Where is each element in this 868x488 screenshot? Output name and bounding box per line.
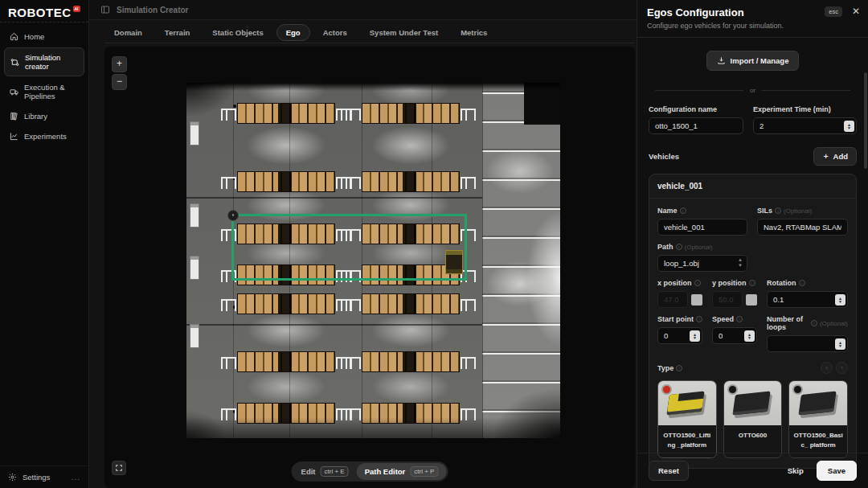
library-icon [10, 112, 18, 121]
reset-button[interactable]: Reset [649, 461, 689, 481]
dock-slab [190, 203, 199, 228]
path-editor-mode-button[interactable]: Path Editor ctrl + P [357, 463, 447, 480]
vehicle-type-otto600[interactable]: OTTO600 [723, 380, 783, 458]
info-icon: i [676, 365, 682, 371]
sidebar-item-label: Home [24, 32, 44, 41]
sidebar-item-experiments[interactable]: Experiments [4, 127, 84, 146]
tab-domain[interactable]: Domain [104, 24, 152, 41]
add-vehicle-button[interactable]: ＋ Add [813, 147, 857, 166]
tab-actors[interactable]: Actors [313, 24, 357, 41]
panel-scrollbar[interactable] [864, 72, 867, 169]
carousel-next-button[interactable]: › [836, 362, 848, 374]
shelf-rack [237, 351, 335, 372]
zoom-in-button[interactable]: + [112, 56, 127, 72]
settings-label: Settings [23, 473, 50, 482]
sidebar-item-label: Library [24, 112, 47, 121]
shelf-rack [362, 293, 460, 314]
sidebar-item-simulation-creator[interactable]: Simulation creator [4, 47, 84, 76]
edit-mode-button[interactable]: Edit ctrl + E [293, 463, 357, 480]
chart-line-icon [10, 132, 18, 141]
configuration-name-input[interactable] [649, 117, 743, 134]
path-editor-shortcut-badge: ctrl + P [410, 466, 438, 477]
experiment-time-label: Experiment Time (min) [753, 105, 831, 113]
info-icon: i [799, 280, 805, 286]
tab-metrics[interactable]: Metrics [451, 24, 497, 41]
pick-y-button[interactable] [746, 294, 757, 306]
vehicles-section-label: Vehicles [649, 152, 679, 161]
radio-icon [729, 386, 736, 393]
zoom-out-button[interactable]: − [112, 74, 127, 90]
type-label: Type [657, 364, 674, 372]
info-icon: i [736, 316, 743, 322]
sidebar-item-library[interactable]: Library [4, 107, 84, 125]
experiment-time-input[interactable] [753, 117, 857, 134]
stepper-buttons[interactable]: ▲▼ [835, 294, 845, 306]
x-position-input[interactable] [657, 291, 688, 308]
path-select[interactable] [657, 255, 747, 272]
shelf-rack [237, 403, 335, 424]
vehicle-type-otto1500-basic[interactable]: OTTO1500_Basic_ platform [788, 380, 848, 458]
shelf-rack [362, 403, 460, 424]
vehicle-name-input[interactable] [657, 219, 747, 236]
start-point-label: Start point [657, 315, 694, 323]
sidebar-item-label: Experiments [24, 132, 67, 141]
vehicle-type-otto1500-lifting[interactable]: OTTO1500_Lifting _platform [657, 380, 717, 458]
radio-icon [794, 386, 801, 393]
warehouse-dark-area [524, 83, 560, 125]
brand-ai-badge: AI [73, 6, 80, 12]
carousel-prev-button[interactable]: ‹ [821, 362, 833, 374]
simulation-canvas[interactable]: + − › Ed [104, 47, 635, 488]
chevron-updown-icon: ▲▼ [738, 257, 743, 269]
path-start-marker[interactable]: › [227, 210, 239, 221]
shelf-rack [237, 171, 335, 192]
tab-system-under-test[interactable]: System Under Test [360, 24, 448, 41]
sils-input[interactable] [757, 219, 848, 236]
name-label: Name [657, 207, 678, 215]
shelf-rack [362, 351, 460, 372]
stepper-buttons[interactable]: ▲▼ [844, 121, 854, 132]
vehicle-type-image [789, 381, 847, 425]
path-label: Path [657, 243, 674, 251]
skip-button[interactable]: Skip [780, 461, 812, 480]
sidebar-item-settings[interactable]: Settings ... [0, 465, 88, 488]
stepper-buttons[interactable]: ▲▼ [690, 330, 700, 342]
close-icon[interactable]: ✕ [852, 6, 860, 17]
save-button[interactable]: Save [817, 461, 857, 481]
sidebar-item-label: Execution & Pipelines [24, 83, 79, 100]
y-position-input[interactable] [712, 291, 743, 308]
fit-view-button[interactable] [112, 461, 126, 475]
shelf-rack [237, 103, 335, 124]
dock-slab [190, 121, 199, 146]
warehouse-map[interactable]: › [186, 83, 560, 438]
pipeline-icon [10, 88, 18, 96]
dock-slab [190, 324, 199, 348]
vehicle-card: vehicle_001 Namei SILsi(Optional) Pathi(… [649, 174, 857, 469]
info-icon: i [749, 280, 755, 286]
shelf-rack [362, 103, 460, 124]
egos-configuration-panel: Egos Configuration Configure ego vehicle… [637, 0, 868, 488]
panel-toggle-icon[interactable] [100, 5, 110, 14]
sidebar-item-execution-pipelines[interactable]: Execution & Pipelines [4, 78, 84, 105]
more-options[interactable]: ... [72, 473, 80, 482]
sidebar-item-home[interactable]: Home [4, 27, 84, 46]
vehicle-card-title: vehicle_001 [649, 174, 856, 199]
import-manage-button[interactable]: Import / Manage [706, 51, 800, 71]
brand-name: ROBOTEC [8, 6, 72, 19]
configuration-name-label: Configuration name [649, 105, 717, 113]
tab-static-objects[interactable]: Static Objects [203, 24, 272, 41]
esc-badge[interactable]: esc [825, 6, 842, 17]
info-icon: i [694, 280, 701, 286]
tab-terrain[interactable]: Terrain [155, 24, 200, 41]
number-of-loops-label: Number of loops [767, 315, 809, 331]
tab-ego[interactable]: Ego [276, 24, 310, 41]
pick-x-button[interactable] [691, 294, 702, 306]
stepper-buttons[interactable]: ▲▼ [744, 330, 755, 342]
path-loop-rectangle[interactable]: › [231, 214, 467, 281]
info-icon: i [696, 316, 702, 322]
edit-shortcut-badge: ctrl + E [321, 466, 349, 477]
home-icon [10, 32, 18, 41]
gear-icon [8, 473, 17, 482]
shelf-rack [362, 171, 460, 192]
stepper-buttons[interactable]: ▲▼ [835, 338, 845, 350]
shelf-rack [237, 293, 335, 314]
